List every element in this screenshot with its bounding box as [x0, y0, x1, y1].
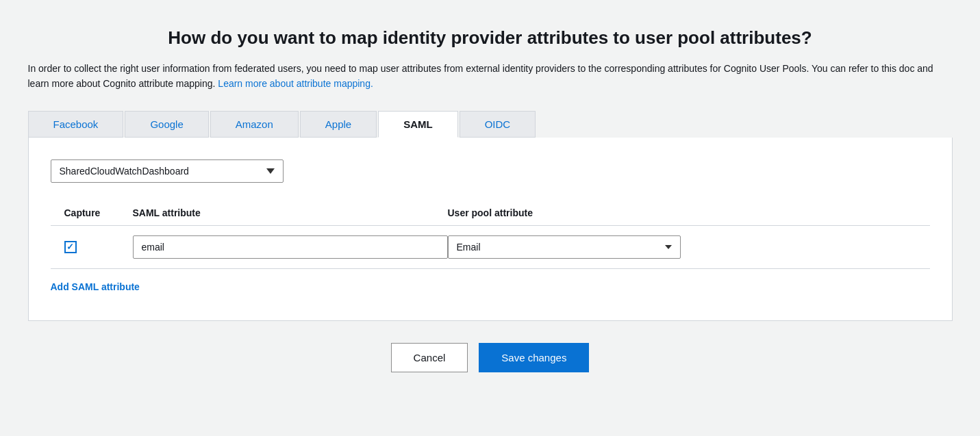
tab-google[interactable]: Google: [125, 111, 208, 138]
page-description: In order to collect the right user infor…: [28, 61, 953, 92]
pool-attribute-cell: Email Name Phone Number Given Name Famil…: [448, 225, 930, 268]
checkmark-icon: ✓: [66, 242, 74, 251]
tab-saml[interactable]: SAML: [378, 111, 458, 138]
header-saml-attribute: SAML attribute: [133, 202, 448, 226]
saml-attribute-input[interactable]: [133, 235, 448, 259]
saml-attribute-cell: [133, 225, 448, 268]
page-wrapper: How do you want to map identity provider…: [28, 27, 953, 372]
provider-select[interactable]: SharedCloudWatchDashboard: [51, 159, 284, 183]
tab-facebook[interactable]: Facebook: [28, 111, 124, 138]
save-button[interactable]: Save changes: [479, 343, 589, 372]
header-capture: Capture: [51, 202, 133, 226]
provider-tabs: Facebook Google Amazon Apple SAML OIDC: [28, 111, 953, 138]
add-saml-attribute-link[interactable]: Add SAML attribute: [51, 281, 140, 292]
capture-cell: ✓: [51, 225, 133, 268]
cancel-button[interactable]: Cancel: [391, 343, 468, 372]
pool-attribute-select[interactable]: Email Name Phone Number Given Name Famil…: [448, 235, 681, 259]
page-title: How do you want to map identity provider…: [28, 27, 953, 49]
attribute-mapping-card: SharedCloudWatchDashboard Capture SAML a…: [28, 138, 953, 321]
tab-apple[interactable]: Apple: [300, 111, 377, 138]
capture-checkbox[interactable]: ✓: [64, 241, 77, 253]
header-user-pool-attribute: User pool attribute: [448, 202, 930, 226]
learn-more-link[interactable]: Learn more about attribute mapping.: [218, 78, 373, 89]
tab-amazon[interactable]: Amazon: [210, 111, 299, 138]
tab-oidc[interactable]: OIDC: [460, 111, 536, 138]
attribute-table: Capture SAML attribute User pool attribu…: [51, 202, 930, 269]
provider-select-wrapper: SharedCloudWatchDashboard: [51, 159, 930, 183]
footer-buttons: Cancel Save changes: [28, 343, 953, 372]
table-header-row: Capture SAML attribute User pool attribu…: [51, 202, 930, 226]
table-row: ✓ Email Name Phone Number Given Name: [51, 225, 930, 268]
checkbox-wrapper: ✓: [64, 241, 133, 253]
